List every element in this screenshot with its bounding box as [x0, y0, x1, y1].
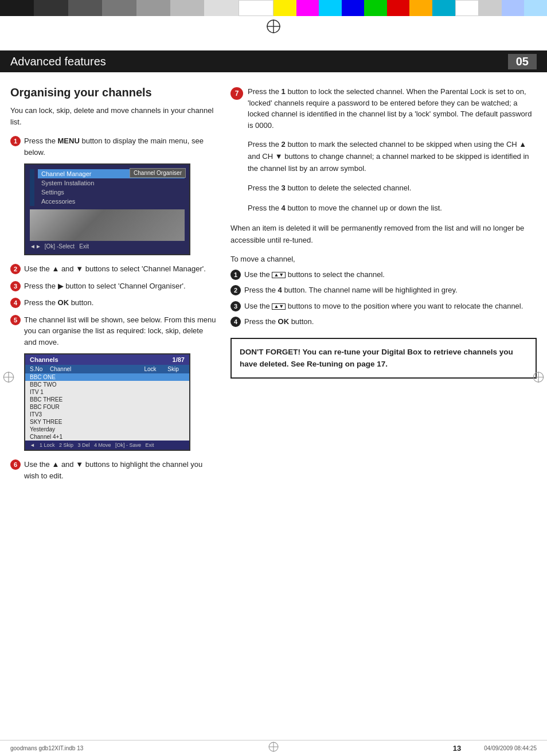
step-text-3: Press the ▶ button to select 'Channel Or…: [24, 280, 217, 292]
step-text-6: Use the ▲ and ▼ buttons to highlight the…: [24, 459, 217, 481]
left-column: Organising your channels You can lock, s…: [10, 86, 217, 487]
cl-row-yesterday: Yesterday: [25, 426, 189, 433]
main-content: Organising your channels You can lock, s…: [0, 72, 547, 497]
cl-col-skip: Skip: [162, 366, 185, 372]
cl-col-lock: Lock: [139, 366, 162, 372]
right-step-7: 7 Press the 1 button to lock the selecte…: [230, 86, 537, 131]
header-title: Advanced features: [10, 55, 508, 68]
move-section: To move a channel, 1 Use the ▲▼ buttons …: [230, 255, 537, 328]
ud-arrows-icon-2: ▲▼: [272, 303, 286, 310]
cb-seg-r3: [319, 0, 342, 16]
step-num-1: 1: [10, 136, 21, 146]
step-text-5: The channel list will be shown, see belo…: [24, 314, 217, 348]
cl-row-itv3: ITV3: [25, 411, 189, 418]
cl-row-bbc-one: BBC ONE: [25, 373, 189, 381]
move-step-num-3: 3: [230, 301, 241, 311]
cl-col-headers: S.No Channel Lock Skip: [25, 365, 189, 373]
cb-seg-2: [34, 0, 68, 16]
menu-footer-arrows: ◄►: [30, 243, 41, 250]
step-text-4: Press the OK button.: [24, 297, 217, 309]
section-title: Organising your channels: [10, 86, 217, 99]
cl-header-count: 1/87: [173, 356, 185, 363]
step-text-1: Press the MENU button to display the mai…: [24, 135, 217, 158]
step-num-4: 4: [10, 298, 21, 308]
cb-seg-7: [204, 0, 238, 16]
cb-seg-r7: [409, 0, 432, 16]
cl-col-sno: S.No: [30, 366, 50, 372]
step-2: 2 Use the ▲ and ▼ buttons to select 'Cha…: [10, 263, 217, 275]
crosshair-right: [532, 371, 545, 384]
cb-seg-r1: [274, 0, 296, 16]
crosshair-left: [2, 371, 15, 384]
cl-header-title: Channels: [30, 356, 58, 363]
move-step-1: 1 Use the ▲▼ buttons to select the chann…: [230, 269, 537, 280]
footer-page-number: 13: [453, 744, 461, 753]
deleted-text: When an item is deleted it will be perma…: [230, 223, 537, 247]
cb-seg-6: [170, 0, 204, 16]
step-text-2: Use the ▲ and ▼ buttons to select 'Chann…: [24, 263, 217, 275]
cl-footer: ◄ 1 Lock 2 Skip 3 Del 4 Move [Ok] - Save…: [25, 441, 189, 450]
color-bars: [0, 0, 547, 16]
page-footer: goodmans gdb12XIT.indb 13 13 04/09/2009 …: [0, 740, 547, 756]
cl-footer-arrow: ◄: [30, 442, 35, 448]
step-1: 1 Press the MENU button to display the m…: [10, 135, 217, 158]
dont-forget-box: DON'T FORGET! You can re-tune your Digit…: [230, 338, 537, 379]
menu-footer-text: [Ok] -Select Exit: [45, 243, 89, 250]
menu-screenshot: Channel Organiser Channel Manager System…: [24, 163, 190, 255]
step-4: 4 Press the OK button.: [10, 297, 217, 309]
move-title: To move a channel,: [230, 255, 537, 263]
menu-preview-image: [30, 209, 185, 241]
cb-seg-r12: [524, 0, 547, 16]
right-step-num-7: 7: [230, 87, 243, 100]
footer-right-text: 04/09/2009 08:44:25: [484, 745, 537, 751]
step-3: 3 Press the ▶ button to select 'Channel …: [10, 280, 217, 292]
cb-seg-3: [68, 0, 102, 16]
move-step-2: 2 Press the 4 button. The channel name w…: [230, 285, 537, 296]
dont-forget-text: DON'T FORGET! You can re-tune your Digit…: [240, 346, 528, 371]
cl-footer-text: 1 Lock 2 Skip 3 Del 4 Move [Ok] - Save E…: [40, 442, 154, 448]
step-num-6: 6: [10, 459, 21, 470]
menu-preview: [30, 209, 185, 241]
cl-row-bbc-three: BBC THREE: [25, 396, 189, 403]
cb-seg-r10: [479, 0, 502, 16]
cb-seg-r6: [387, 0, 410, 16]
move-step-text-2: Press the 4 button. The channel name wil…: [244, 285, 537, 296]
cl-row-bbc-four: BBC FOUR: [25, 403, 189, 411]
cb-seg-5: [136, 0, 170, 16]
menu-left-bar: [30, 169, 34, 206]
move-step-num-4: 4: [230, 317, 241, 327]
press-3-text: Press the 3 button to delete the selecte…: [248, 182, 537, 194]
step-num-5: 5: [10, 315, 21, 325]
cb-seg-r4: [342, 0, 365, 16]
step-5: 5 The channel list will be shown, see be…: [10, 314, 217, 348]
cb-seg-1: [0, 0, 34, 16]
move-step-text-1: Use the ▲▼ buttons to select the channel…: [244, 269, 537, 280]
cl-row-itv1: ITV 1: [25, 388, 189, 396]
step-num-3: 3: [10, 281, 21, 291]
cl-header: Channels 1/87: [25, 354, 189, 365]
cb-seg-r11: [502, 0, 525, 16]
move-step-num-1: 1: [230, 270, 241, 280]
ud-arrows-icon: ▲▼: [272, 272, 286, 278]
crosshair-bottom: [268, 741, 279, 753]
intro-text: You can lock, skip, delete and move chan…: [10, 105, 217, 127]
cl-rows: BBC ONE BBC TWO ITV 1 BBC THREE BBC FOUR…: [25, 373, 189, 441]
footer-left-text: goodmans gdb12XIT.indb 13: [10, 745, 83, 751]
menu-item-system-installation: System Installation: [38, 178, 185, 188]
move-step-text-4: Press the OK button.: [244, 316, 537, 328]
step-num-2: 2: [10, 264, 21, 274]
press-4-text: Press the 4 button to move the channel u…: [248, 202, 537, 215]
move-step-3: 3 Use the ▲▼ buttons to move to the posi…: [230, 301, 537, 312]
menu-item-settings: Settings: [38, 188, 185, 197]
channel-list-screenshot: Channels 1/87 S.No Channel Lock Skip BBC…: [24, 353, 190, 451]
cl-row-channel4plus1: Channel 4+1: [25, 433, 189, 441]
press-2-text: Press the 2 button to mark the selected …: [248, 139, 537, 174]
cb-seg-r9: [455, 0, 479, 16]
header-page-number: 05: [508, 54, 537, 69]
cb-seg-r5: [364, 0, 387, 16]
move-step-text-3: Use the ▲▼ buttons to move to the positi…: [244, 301, 537, 312]
color-bars-left: [0, 0, 274, 16]
crosshair-top: [265, 18, 282, 34]
menu-item-accessories: Accessories: [38, 197, 185, 206]
cb-seg-4: [102, 0, 136, 16]
